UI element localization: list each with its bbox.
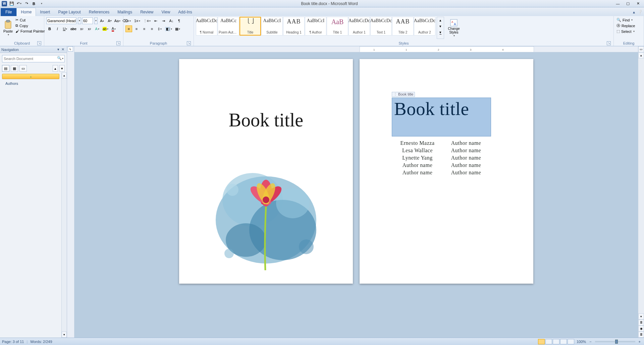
- status-words[interactable]: Words: 2/249: [30, 340, 52, 344]
- bullets-button[interactable]: ≡▾: [125, 17, 132, 24]
- align-center-button[interactable]: ≡: [133, 25, 140, 32]
- numbering-button[interactable]: 1≡▾: [133, 17, 141, 24]
- font-name-combo[interactable]: [46, 17, 76, 24]
- qat-customize-button[interactable]: ▾: [38, 1, 44, 7]
- author-name[interactable]: Author name: [442, 169, 490, 176]
- browse-prev-button[interactable]: ≣: [638, 320, 644, 326]
- underline-button[interactable]: U▾: [62, 25, 68, 32]
- tab-page-layout[interactable]: Page Layout: [54, 8, 85, 16]
- font-dialog-launcher[interactable]: ↘: [116, 41, 120, 45]
- gallery-scroll-down[interactable]: ▾: [437, 23, 444, 29]
- text-effects-button[interactable]: A▾: [94, 25, 101, 32]
- browse-object-button[interactable]: ◉: [638, 326, 644, 332]
- italic-button[interactable]: I: [54, 25, 61, 32]
- view-outline-button[interactable]: [560, 339, 567, 344]
- author-name[interactable]: Author name: [393, 162, 442, 169]
- borders-button[interactable]: ▦▾: [174, 25, 181, 32]
- cover-image[interactable]: [206, 146, 326, 274]
- copy-button[interactable]: ⧉Copy: [15, 23, 46, 28]
- font-name-dropdown[interactable]: ▾: [78, 17, 81, 24]
- style-author-2[interactable]: AaBbCcDcAuthor 2: [414, 17, 435, 36]
- status-page[interactable]: Page: 3 of 11: [2, 340, 24, 344]
- align-left-button[interactable]: ≡: [125, 25, 132, 32]
- maximize-button[interactable]: ▢: [623, 1, 633, 7]
- styles-gallery[interactable]: AaBbCcDc¶ NormalAaBbCcPoem Auth…⎩ ⎦Title…: [196, 17, 435, 39]
- shading-button[interactable]: ◧▾: [164, 25, 173, 32]
- vertical-ruler[interactable]: L: [67, 46, 74, 338]
- minimize-button[interactable]: —: [613, 1, 623, 7]
- document-scroll[interactable]: 11234 Book title: [74, 46, 638, 338]
- style-title[interactable]: ⎩ ⎦Title: [239, 17, 261, 36]
- qat-redo-button[interactable]: ↷: [23, 1, 30, 7]
- increase-indent-button[interactable]: ⇥: [160, 17, 167, 24]
- qat-save-button[interactable]: 💾: [9, 1, 15, 7]
- style-title-2[interactable]: AABTitle 2: [392, 17, 414, 36]
- author-name[interactable]: Lesa Wallace: [393, 147, 442, 154]
- change-case-button[interactable]: Aa▾: [114, 17, 121, 24]
- tab-file[interactable]: File: [1, 8, 16, 16]
- nav-close-button[interactable]: ✕: [60, 47, 65, 52]
- line-spacing-button[interactable]: ‡▾: [156, 25, 163, 32]
- view-full-screen-button[interactable]: [545, 339, 552, 344]
- subscript-button[interactable]: x2: [78, 25, 85, 32]
- author-name[interactable]: Author name: [442, 154, 490, 162]
- zoom-level[interactable]: 100%: [577, 340, 586, 344]
- zoom-in-button[interactable]: +: [637, 340, 642, 344]
- nav-tab-headings[interactable]: ▤: [2, 65, 9, 72]
- tab-mailings[interactable]: Mailings: [113, 8, 136, 16]
- tab-references[interactable]: References: [85, 8, 113, 16]
- nav-scrollbar[interactable]: ▴▾: [61, 72, 67, 338]
- nav-menu-button[interactable]: ▾: [56, 47, 60, 52]
- highlight-button[interactable]: ab▾: [102, 25, 109, 32]
- multilevel-list-button[interactable]: ⋮≡▾: [142, 17, 152, 24]
- bold-button[interactable]: B: [46, 25, 53, 32]
- cut-button[interactable]: ✂Cut: [15, 17, 46, 22]
- qat-undo-button[interactable]: ↶▾: [16, 1, 22, 7]
- tab-stop-selector[interactable]: L: [68, 46, 73, 52]
- view-print-layout-button[interactable]: [538, 339, 545, 344]
- style-title-1[interactable]: AaBTitle 1: [327, 17, 348, 36]
- author-name[interactable]: Ernesto Mazza: [393, 139, 442, 147]
- paragraph-dialog-launcher[interactable]: ↘: [187, 41, 191, 45]
- tab-insert[interactable]: Insert: [36, 8, 54, 16]
- author-name[interactable]: Author name: [442, 139, 490, 147]
- ruler-toggle[interactable]: ▭: [638, 46, 644, 52]
- nav-item-authors[interactable]: Authors: [2, 80, 59, 87]
- view-draft-button[interactable]: [568, 339, 574, 344]
- close-button[interactable]: ✕: [633, 1, 643, 7]
- vertical-scrollbar[interactable]: ▭ ▴ ▾ ≣ ◉ ≣: [638, 46, 644, 338]
- select-button[interactable]: ⬚Select▾: [616, 29, 642, 34]
- superscript-button[interactable]: x2: [86, 25, 93, 32]
- author-name[interactable]: Lynette Yang: [393, 154, 442, 162]
- ribbon-minimize-button[interactable]: ▴: [632, 8, 636, 16]
- grow-font-button[interactable]: A▴: [99, 17, 105, 24]
- nav-prev-button[interactable]: ▴: [53, 65, 58, 72]
- clipboard-dialog-launcher[interactable]: ↘: [37, 41, 41, 45]
- paste-button[interactable]: Paste▾: [2, 17, 14, 39]
- font-size-combo[interactable]: [82, 17, 93, 24]
- style-text-1[interactable]: AaBbCcDcText 1: [370, 17, 392, 36]
- tab-add-ins[interactable]: Add-Ins: [174, 8, 196, 16]
- page-2[interactable]: ⋮ Book title Book title Ernesto MazzaLes…: [360, 59, 533, 284]
- nav-tab-results[interactable]: ▭: [19, 65, 27, 72]
- horizontal-ruler[interactable]: 11234: [74, 46, 638, 52]
- find-button[interactable]: 🔍Find▾: [616, 17, 642, 22]
- author-name[interactable]: Author name: [442, 147, 490, 154]
- nav-search-input[interactable]: [2, 55, 65, 62]
- shrink-font-button[interactable]: A▾: [106, 17, 113, 24]
- align-right-button[interactable]: ≡: [141, 25, 148, 32]
- change-styles-button[interactable]: AA Change Styles▾: [445, 17, 462, 39]
- font-color-button[interactable]: A▾: [110, 25, 117, 32]
- font-size-dropdown[interactable]: ▾: [94, 17, 98, 24]
- gallery-scroll-up[interactable]: ▴: [437, 17, 444, 23]
- nav-current-heading[interactable]: ▴: [2, 74, 59, 79]
- replace-button[interactable]: ⓐReplace: [616, 23, 642, 28]
- scroll-down-button[interactable]: ▾: [638, 313, 644, 320]
- page2-title-text[interactable]: Book title: [392, 98, 491, 119]
- cover-title[interactable]: Book title: [179, 109, 353, 131]
- style-poem-auth-[interactable]: AaBbCcPoem Auth…: [218, 17, 239, 36]
- qat-bold-button[interactable]: B: [31, 1, 37, 7]
- style--author[interactable]: AaBbCcI¶ Author: [305, 17, 326, 36]
- authors-block[interactable]: Ernesto MazzaLesa WallaceLynette YangAut…: [393, 139, 490, 176]
- justify-button[interactable]: ≡: [149, 25, 155, 32]
